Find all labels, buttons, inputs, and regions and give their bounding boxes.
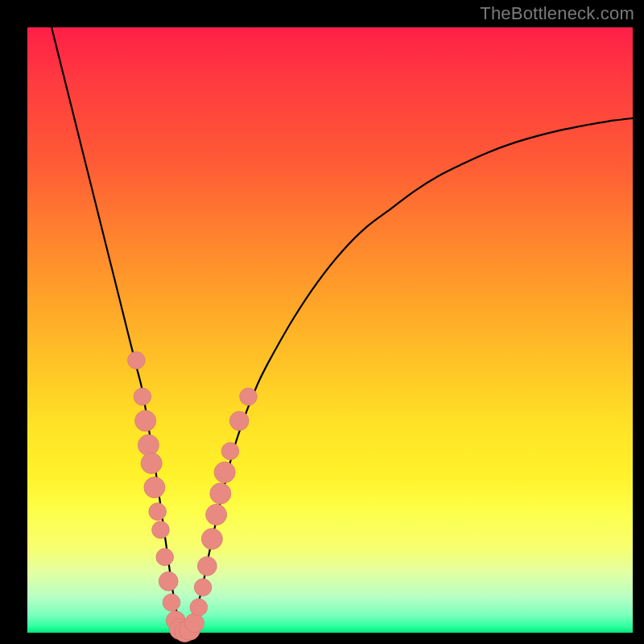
bottleneck-curve (52, 27, 633, 633)
chart-marker (163, 594, 180, 612)
chart-svg (27, 27, 633, 633)
chart-marker (194, 579, 212, 597)
chart-marker (156, 548, 174, 566)
chart-marker (214, 462, 235, 483)
chart-marker (185, 613, 204, 633)
chart-frame: TheBottleneck.com (0, 0, 644, 644)
chart-marker (229, 411, 249, 431)
chart-marker (134, 388, 151, 406)
chart-marker (210, 483, 231, 504)
chart-marker (128, 352, 146, 369)
chart-marker (201, 528, 222, 549)
chart-marker (197, 556, 217, 576)
chart-marker (206, 504, 227, 525)
chart-marker (141, 452, 162, 473)
chart-marker (149, 503, 167, 521)
chart-marker (240, 388, 258, 406)
chart-marker (152, 521, 170, 539)
chart-marker (138, 435, 159, 456)
chart-markers (128, 352, 258, 642)
chart-marker (135, 411, 156, 431)
chart-marker (190, 599, 208, 617)
watermark-text: TheBottleneck.com (480, 3, 634, 24)
chart-plot-area (27, 27, 633, 633)
chart-marker (221, 443, 239, 460)
chart-marker (159, 572, 178, 591)
chart-marker (144, 477, 165, 498)
